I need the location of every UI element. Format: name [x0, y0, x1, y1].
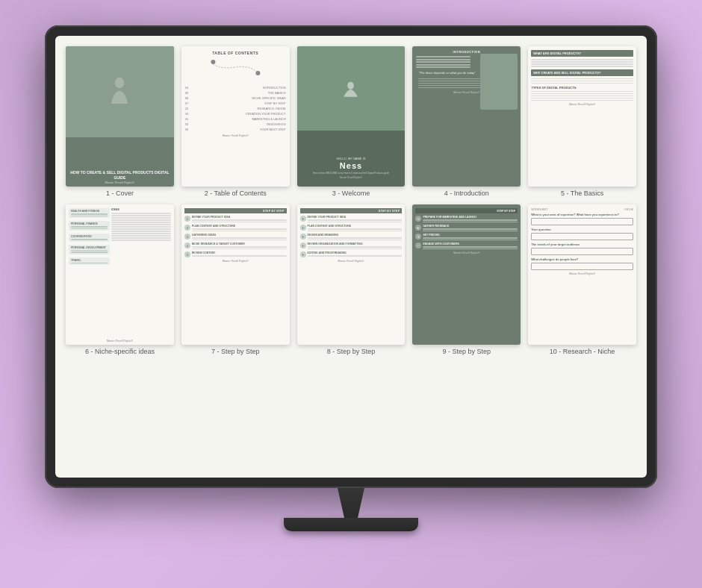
niche-left-col: HEALTH AND FITNESS PERSONAL FINANCE COOK… — [69, 208, 110, 341]
page-card-2: TABLE OF CONTENTS 04INTRODUCTION 06THE B… — [181, 46, 290, 197]
welcome-photo — [297, 46, 406, 131]
cover-image — [66, 46, 174, 137]
step-header-9: STEP BY STEP — [415, 208, 518, 213]
intro-photo — [480, 54, 518, 110]
welcome-text: HELLO, MY NAME IS Ness Here to help WELC… — [297, 157, 406, 179]
step-item-8-2: ✦ PLAN CONTENT AND STRUCTURE — [300, 225, 403, 231]
page-thumb-8: STEP BY STEP ✦ DEFINE YOUR PRODUCT IDEA … — [297, 204, 406, 345]
svg-point-0 — [115, 78, 125, 88]
page-card-9: STEP BY STEP ⟳ PREPARE FOR MARKETING AND… — [412, 204, 521, 355]
step-item-4: 4 NICHE RESEARCH & TARGET CUSTOMER — [184, 243, 287, 249]
basics-header-2: WHY CREATE AND SELL DIGITAL PRODUCTS? — [531, 69, 633, 76]
svg-point-1 — [211, 60, 215, 64]
pages-grid: HOW TO CREATE & SELL DIGITAL PRODUCTS DI… — [66, 46, 636, 355]
page-label-1: 1 - Cover — [106, 190, 134, 197]
svg-point-3 — [348, 82, 355, 90]
cover-badge: Master Resell Rights® — [105, 181, 134, 184]
toc-line-5: 22RESEARCH / NICHE — [185, 107, 286, 110]
page-thumb-2: TABLE OF CONTENTS 04INTRODUCTION 06THE B… — [181, 46, 290, 187]
step-item-8-4: ✦ REVIEW ORGANIZATION AND FORMATTING — [300, 243, 403, 249]
welcome-subtitle: Here to help WELCOME to my How to Create… — [297, 172, 406, 175]
svg-point-2 — [255, 71, 260, 75]
research-field-1 — [531, 218, 633, 225]
step-item-8-5: ✦ EDITING AND PROOFREADING — [300, 251, 403, 257]
basics-lines-1 — [531, 59, 633, 67]
page-label-9: 9 - Step by Step — [443, 348, 491, 355]
monitor-wrapper: HOW TO CREATE & SELL DIGITAL PRODUCTS DI… — [45, 25, 657, 563]
basics-section-3: TYPES OF DIGITAL PRODUCTS: — [531, 86, 633, 90]
step-item-9-3: $ SET PRICING — [415, 234, 518, 240]
welcome-name: Ness — [297, 161, 406, 170]
page-label-5: 5 - The Basics — [561, 190, 603, 197]
toc-line-4: 07STEP BY STEP — [185, 101, 286, 105]
page-label-7: 7 - Step by Step — [211, 348, 260, 355]
step-item-9-2: ★ GATHER FEEDBACK — [415, 225, 518, 231]
step-item-9-1: ⟳ PREPARE FOR MARKETING AND LAUNCH — [415, 216, 518, 222]
step-item-2: 2 PLAN CONTENT AND STRUCTURE — [184, 225, 287, 231]
step-item-8-3: ✦ DESIGN AND BRANDING — [300, 234, 403, 240]
page-thumb-7: STEP BY STEP 1 DEFINE YOUR PRODUCT IDEA … — [181, 204, 290, 345]
page-thumb-1: HOW TO CREATE & SELL DIGITAL PRODUCTS DI… — [66, 46, 174, 187]
research-q1: What is your area of expertise? What hav… — [531, 213, 633, 216]
research-q2: Your question — [531, 228, 633, 231]
basics-header-1: WHAT ARE DIGITAL PRODUCTS? — [531, 50, 633, 57]
page-card-10: WORKSHEET / NICHE What is your area of e… — [528, 204, 636, 355]
page-thumb-5: WHAT ARE DIGITAL PRODUCTS? WHY CREATE AN… — [528, 46, 636, 187]
toc-line-3: 08NICHE-SPECIFIC IDEAS — [185, 96, 286, 100]
page-card-6: HEALTH AND FITNESS PERSONAL FINANCE COOK… — [66, 204, 174, 355]
page-label-4: 4 - Introduction — [444, 190, 489, 197]
welcome-greeting: HELLO, MY NAME IS — [297, 157, 406, 160]
toc-title: TABLE OF CONTENTS — [185, 51, 286, 55]
niche-right-col: IDEAS — [111, 208, 171, 341]
page-label-10: 10 - Research - Niche — [550, 348, 615, 355]
research-q4: What challenges do people face? — [531, 257, 633, 261]
page-thumb-3: HELLO, MY NAME IS Ness Here to help WELC… — [297, 46, 406, 187]
toc-line-8: 50RESOURCES — [185, 122, 286, 126]
research-field-4 — [531, 263, 633, 270]
toc-line-7: 41MARKETING & LAUNCH — [185, 117, 286, 121]
intro-text-lines — [416, 56, 470, 68]
page-thumb-6: HEALTH AND FITNESS PERSONAL FINANCE COOK… — [66, 204, 174, 345]
page-label-2: 2 - Table of Contents — [205, 190, 267, 197]
page-thumb-4: INTRODUCTION "The direct depends on what… — [412, 46, 521, 187]
page-label-8: 8 - Step by Step — [327, 348, 376, 355]
page-thumb-10: WORKSHEET / NICHE What is your area of e… — [528, 204, 636, 345]
step-item-1: 1 DEFINE YOUR PRODUCT IDEA — [184, 216, 287, 222]
page-thumb-9: STEP BY STEP ⟳ PREPARE FOR MARKETING AND… — [412, 204, 521, 345]
step-item-8-1: ✦ DEFINE YOUR PRODUCT IDEA — [300, 216, 403, 222]
toc-line-9: 59YOUR NEXT STEP — [185, 128, 286, 131]
page-card-3: HELLO, MY NAME IS Ness Here to help WELC… — [297, 46, 406, 197]
research-field-3 — [531, 248, 633, 255]
cover-title: HOW TO CREATE & SELL DIGITAL PRODUCTS DI… — [66, 170, 174, 181]
page-card-8: STEP BY STEP ✦ DEFINE YOUR PRODUCT IDEA … — [297, 204, 406, 355]
step-item-5: 5 REVIEW CONTENT — [184, 251, 287, 257]
monitor-neck — [329, 488, 373, 518]
monitor-screen: HOW TO CREATE & SELL DIGITAL PRODUCTS DI… — [55, 36, 647, 478]
page-card-5: WHAT ARE DIGITAL PRODUCTS? WHY CREATE AN… — [528, 46, 636, 197]
research-q3: The needs of your target audience — [531, 243, 633, 246]
page-label-6: 6 - Niche-specific ideas — [85, 348, 155, 355]
toc-line-1: 04INTRODUCTION — [185, 86, 286, 90]
page-card-7: STEP BY STEP 1 DEFINE YOUR PRODUCT IDEA … — [181, 204, 290, 355]
monitor-body: HOW TO CREATE & SELL DIGITAL PRODUCTS DI… — [45, 25, 657, 488]
step-item-9-4: ♡ ENGAGE WITH CUSTOMERS — [415, 243, 518, 249]
step-item-3: 3 GATHERING IDEAS — [184, 234, 287, 240]
step-header-7: STEP BY STEP — [184, 208, 287, 213]
toc-line-6: 33CREATION YOUR PRODUCT — [185, 112, 286, 116]
basics-lines-3 — [531, 91, 633, 101]
page-card-4: INTRODUCTION "The direct depends on what… — [412, 46, 521, 197]
basics-lines-2 — [531, 78, 633, 84]
monitor-base — [284, 518, 418, 531]
toc-line-2: 06THE BASICS — [185, 91, 286, 95]
research-field-2 — [531, 233, 633, 240]
page-card-1: HOW TO CREATE & SELL DIGITAL PRODUCTS DI… — [66, 46, 174, 197]
step-header-8: STEP BY STEP — [300, 208, 403, 213]
page-label-3: 3 - Welcome — [332, 190, 370, 197]
